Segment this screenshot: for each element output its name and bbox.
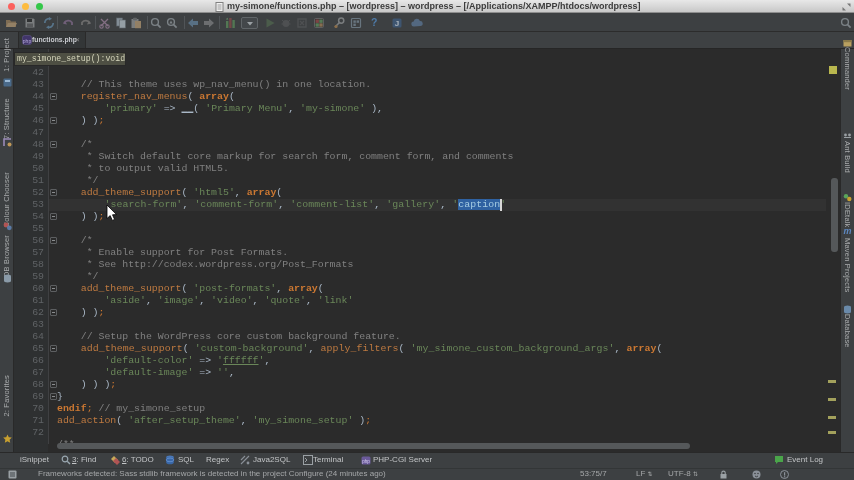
svg-text:php: php: [23, 38, 32, 44]
svg-text:php: php: [362, 459, 370, 464]
svg-text:J: J: [395, 19, 399, 28]
